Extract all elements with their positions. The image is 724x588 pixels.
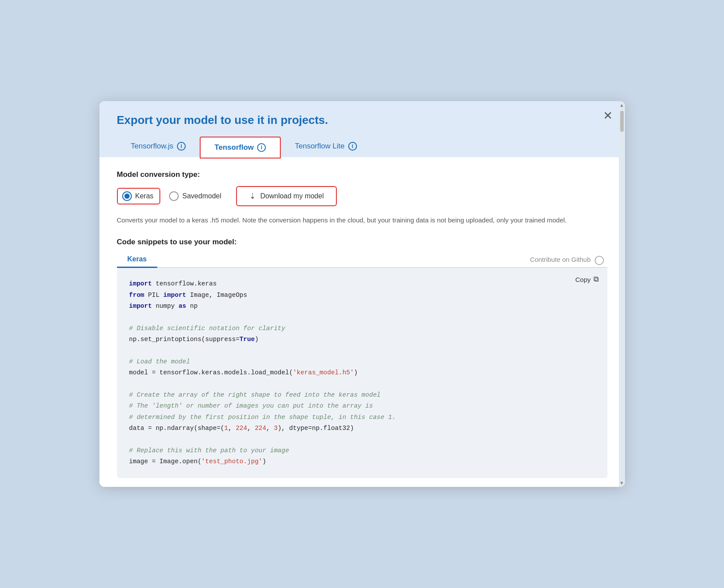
code-tab-bar: Keras Contribute on Github ◯ — [117, 252, 607, 268]
export-dialog: Export your model to use it in projects.… — [99, 101, 625, 486]
dialog-body: Model conversion type: Keras Savedmodel … — [99, 157, 625, 486]
code-line-blank-1 — [129, 312, 595, 323]
copy-label: Copy — [575, 276, 590, 283]
code-line-blank-4 — [129, 434, 595, 445]
tab-tensorflowlite-label: Tensorflow Lite — [295, 142, 344, 151]
code-line-2: from PIL import Image, ImageOps — [129, 290, 595, 301]
tab-tensorflowjs-label: Tensorflow.js — [131, 142, 173, 151]
github-label: Contribute on Github — [530, 256, 590, 263]
code-section-label: Code snippets to use your model: — [117, 238, 607, 246]
copy-button[interactable]: Copy ⧉ — [575, 275, 598, 284]
tensorflowlite-info-icon[interactable]: i — [348, 142, 357, 151]
keras-radio-option[interactable]: Keras — [117, 188, 161, 204]
scrollbar-thumb[interactable] — [620, 111, 624, 132]
code-line-7: data = np.ndarray(shape=(1, 224, 224, 3)… — [129, 423, 595, 434]
code-tab-keras[interactable]: Keras — [117, 252, 157, 268]
model-description: Converts your model to a keras .h5 model… — [117, 215, 607, 225]
code-line-comment-2: # Load the model — [129, 356, 595, 367]
code-line-comment-5: # determined by the first position in th… — [129, 412, 595, 423]
code-line-6: model = tensorflow.keras.models.load_mod… — [129, 367, 595, 378]
code-line-3: import numpy as np — [129, 301, 595, 312]
download-model-button[interactable]: ⇣ Download my model — [236, 186, 337, 206]
copy-icon: ⧉ — [593, 275, 599, 284]
code-line-comment-1: # Disable scientific notation for clarit… — [129, 323, 595, 334]
conversion-row: Keras Savedmodel ⇣ Download my model — [117, 186, 607, 206]
close-button[interactable]: ✕ — [603, 110, 613, 121]
scrollbar-down-arrow[interactable]: ▼ — [619, 479, 625, 487]
conversion-section-label: Model conversion type: — [117, 170, 607, 179]
code-line-blank-3 — [129, 379, 595, 390]
code-line-comment-6: # Replace this with the path to your ima… — [129, 445, 595, 456]
scrollbar-up-arrow[interactable]: ▲ — [619, 101, 625, 109]
savedmodel-radio-option[interactable]: Savedmodel — [169, 189, 227, 204]
tab-tensorflowjs[interactable]: Tensorflow.js i — [117, 137, 200, 157]
code-line-comment-3: # Create the array of the right shape to… — [129, 390, 595, 401]
download-icon: ⇣ — [249, 191, 256, 201]
keras-radio-circle — [122, 191, 132, 201]
code-tab-keras-label: Keras — [127, 255, 147, 263]
scrollbar[interactable]: ▲ ▼ — [619, 101, 625, 486]
keras-label: Keras — [135, 192, 154, 200]
github-link[interactable]: Contribute on Github ◯ — [530, 254, 604, 265]
savedmodel-label: Savedmodel — [182, 192, 221, 200]
code-line-5: np.set_printoptions(suppress=True) — [129, 334, 595, 345]
code-line-8: image = Image.open('test_photo.jpg') — [129, 456, 595, 467]
code-line-comment-4: # The 'length' or number of images you c… — [129, 401, 595, 412]
tensorflowjs-info-icon[interactable]: i — [177, 142, 186, 151]
code-line-blank-2 — [129, 345, 595, 356]
dialog-title: Export your model to use it in projects. — [117, 113, 607, 135]
tab-tensorflow[interactable]: Tensorflow i — [200, 137, 281, 158]
download-label: Download my model — [260, 192, 324, 200]
tensorflow-info-icon[interactable]: i — [257, 143, 266, 152]
dialog-header: Export your model to use it in projects.… — [99, 101, 625, 157]
tab-bar: Tensorflow.js i Tensorflow i Tensorflow … — [117, 137, 607, 157]
code-block: Copy ⧉ import tensorflow.keras from PIL … — [117, 268, 607, 478]
code-line-1: import tensorflow.keras — [129, 278, 595, 289]
savedmodel-radio-circle — [169, 191, 179, 201]
tab-tensorflow-label: Tensorflow — [215, 143, 254, 152]
tab-tensorflowlite[interactable]: Tensorflow Lite i — [281, 137, 371, 157]
github-icon: ◯ — [594, 254, 604, 265]
